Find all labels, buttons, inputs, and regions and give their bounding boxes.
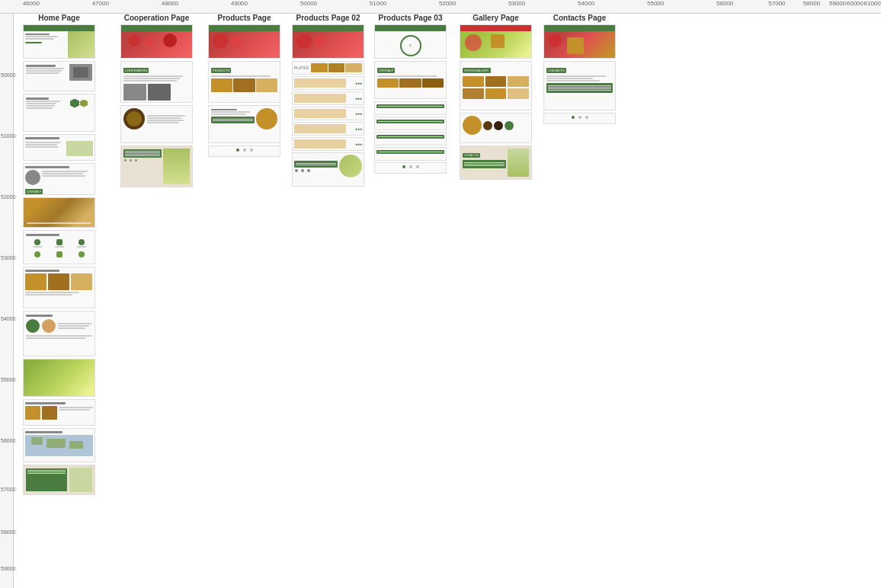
prod-thumb-1[interactable]: [208, 24, 280, 59]
main-canvas[interactable]: 46000 47000 48000 49000 50000 51000 5200…: [0, 0, 881, 588]
home-thumb-10[interactable]: [23, 359, 95, 397]
ruler-mark-left: 52000: [1, 194, 15, 200]
gallery-contact-badge: CONTACT US: [463, 153, 480, 158]
home-thumb-7[interactable]: [23, 230, 95, 264]
ruler-mark-left: 58000: [1, 529, 15, 535]
ruler-mark: 51000: [370, 0, 386, 7]
home-thumb-5[interactable]: CRISTALP: [23, 163, 95, 195]
cooperation-page-section: Cooperation Page COOPERATION: [120, 14, 193, 187]
products-page-section: Products Page PRODUCTS: [208, 14, 280, 157]
products-badge: PRODUCTS: [211, 68, 231, 73]
gallery-page-label: Gallery Page: [473, 14, 519, 22]
ruler-left: 50000 51000 52000 53000 54000 55000 5600…: [0, 14, 14, 588]
ruler-mark: 54000: [578, 0, 594, 7]
ruler-mark-left: 51000: [1, 133, 15, 139]
content-area[interactable]: Home Page: [14, 14, 881, 588]
prod02-row-3[interactable]: ●●●: [292, 107, 364, 120]
coop-thumb-2[interactable]: COOPERATION: [120, 61, 193, 103]
home-page-label: Home Page: [38, 14, 79, 22]
home-thumb-12[interactable]: [23, 428, 95, 462]
ruler-mark: 59000: [829, 0, 846, 7]
coop-thumb-3[interactable]: [120, 105, 193, 143]
ruler-mark: 58000: [803, 0, 820, 7]
prod02-row-4[interactable]: ●●●: [292, 122, 364, 136]
contacts-thumb-2[interactable]: CONTACTS: [543, 61, 616, 110]
prod03-badge: CRISTALP: [377, 68, 395, 73]
prod02-row-2[interactable]: ●●●: [292, 91, 364, 105]
contacts-page-label: Contacts Page: [553, 14, 606, 22]
products-page-label: Products Page: [217, 14, 271, 22]
gallery-thumb-grid[interactable]: PHOTOGALLERY: [460, 61, 532, 110]
ruler-mark-left: 50000: [1, 72, 15, 78]
contacts-thumb-1[interactable]: [543, 24, 616, 59]
home-thumb-9[interactable]: [23, 311, 95, 356]
ruler-top: 46000 47000 48000 49000 50000 51000 5200…: [0, 0, 881, 14]
ruler-mark-left: 53000: [1, 255, 15, 260]
contacts-badge: CONTACTS: [546, 68, 566, 73]
ruler-mark: 56000: [716, 0, 733, 7]
ruler-mark: 55000: [647, 0, 664, 7]
ruler-mark: 57000: [768, 0, 785, 7]
prod03-pagination[interactable]: [374, 162, 447, 174]
contacts-page-section: Contacts Page CONTACTS: [543, 14, 616, 124]
gallery-thumb-3[interactable]: [460, 113, 532, 143]
prod03-row-4[interactable]: [374, 147, 447, 161]
contacts-pagination[interactable]: [543, 113, 616, 124]
ruler-mark-left: 55000: [1, 377, 15, 382]
products-page-02-label: Products Page 02: [296, 14, 360, 22]
prod02-row-5[interactable]: ●●●: [292, 137, 364, 151]
prod-thumb-3[interactable]: [208, 105, 280, 143]
ruler-mark-left: 54000: [1, 316, 15, 321]
prod02-row-1[interactable]: ●●●: [292, 76, 364, 90]
prod03-row-1[interactable]: [374, 101, 447, 115]
cooperation-badge: COOPERATION: [123, 68, 149, 73]
home-thumb-11[interactable]: [23, 399, 95, 426]
ruler-mark: 61000: [863, 0, 880, 7]
prod-thumb-2[interactable]: PRODUCTS: [208, 61, 280, 103]
products-page-02-section: Products Page 02 PLATES: [292, 14, 364, 187]
products-page-03-label: Products Page 03: [379, 14, 443, 22]
home-thumb-1[interactable]: [23, 24, 95, 59]
prod02-thumb-1[interactable]: [292, 24, 364, 59]
prod03-thumb-table[interactable]: CRISTALP: [374, 61, 447, 99]
photogallery-badge: PHOTOGALLERY: [463, 68, 491, 73]
page-map: Home Page: [14, 14, 881, 588]
ruler-mark: 52000: [439, 0, 456, 7]
home-thumb-8[interactable]: [23, 267, 95, 308]
products-page-03-section: Products Page 03 C CRISTALP: [374, 14, 447, 174]
ruler-mark-left: 57000: [1, 487, 15, 492]
prod02-thumb-with-circle[interactable]: [292, 152, 364, 187]
gallery-thumb-1[interactable]: [460, 24, 532, 59]
home-thumb-4[interactable]: [23, 134, 95, 161]
ruler-mark: 48000: [162, 0, 178, 7]
prod03-row-2[interactable]: [374, 117, 447, 130]
ruler-mark-left: 56000: [1, 438, 15, 443]
gallery-thumb-4[interactable]: CONTACT US: [460, 145, 532, 180]
ruler-mark: 47000: [92, 0, 109, 7]
cristalp-badge: CRISTALP: [25, 189, 43, 194]
home-thumb-13[interactable]: [23, 465, 95, 495]
ruler-mark: 53000: [508, 0, 525, 7]
coop-thumb-1[interactable]: [120, 24, 193, 59]
ruler-mark: 49000: [231, 0, 248, 7]
home-thumb-6[interactable]: [23, 197, 95, 228]
home-thumb-3[interactable]: [23, 94, 95, 132]
ruler-mark: 50000: [300, 0, 317, 7]
prod03-row-3[interactable]: [374, 132, 447, 145]
ruler-mark: 46000: [23, 0, 40, 7]
home-page-section: Home Page: [23, 14, 95, 495]
ruler-mark-left: 59000: [1, 566, 15, 571]
cooperation-page-label: Cooperation Page: [124, 14, 190, 22]
coop-thumb-4[interactable]: [120, 145, 193, 187]
prod02-thumb-plates[interactable]: PLATES: [292, 61, 364, 75]
prod-thumb-4[interactable]: [208, 145, 280, 157]
gallery-page-section: Gallery Page PHOTOGALLERY: [460, 14, 532, 180]
ruler-mark: 60000: [847, 0, 863, 7]
home-thumb-2[interactable]: [23, 61, 95, 91]
prod03-thumb-1[interactable]: C: [374, 24, 447, 59]
